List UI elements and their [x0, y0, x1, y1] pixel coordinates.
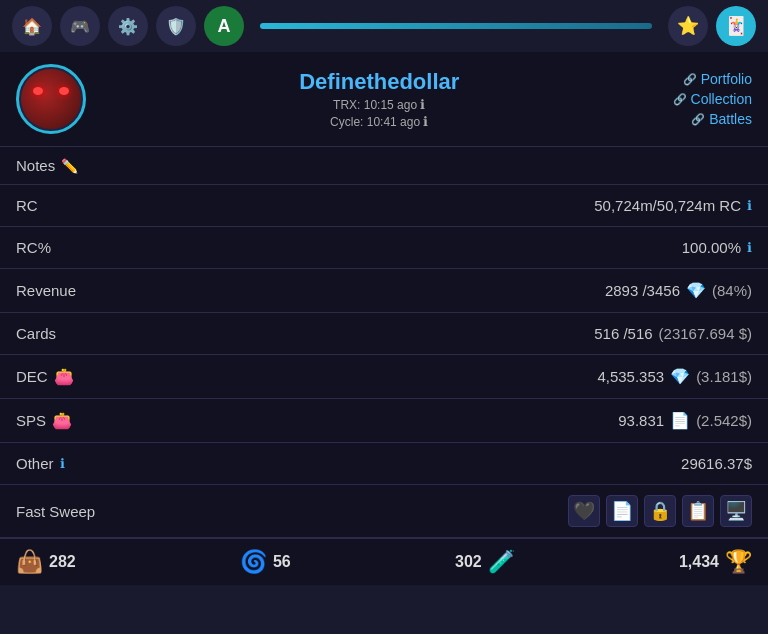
dec-label: DEC 👛	[16, 367, 74, 386]
sweep-icon-2[interactable]: 📄	[606, 495, 638, 527]
avatar-eye-left	[33, 87, 43, 95]
home-icon-btn[interactable]: 🏠	[12, 6, 52, 46]
notes-row: Notes ✏️	[0, 147, 768, 185]
fast-sweep-label: Fast Sweep	[16, 503, 95, 520]
revenue-label: Revenue	[16, 282, 76, 299]
profile-info: Definethedollar TRX: 10:15 ago ℹ Cycle: …	[102, 69, 657, 129]
dec-wallet-icon: 👛	[54, 367, 74, 386]
top-nav: 🏠 🎮 ⚙️ 🛡️ A ⭐ 🃏	[0, 0, 768, 52]
sps-paper-icon: 📄	[670, 411, 690, 430]
swirl-icon: 🌀	[240, 549, 267, 575]
rc-pct-value: 100.00% ℹ	[682, 239, 752, 256]
fast-sweep-row: Fast Sweep 🖤 📄 🔒 📋 🖥️	[0, 485, 768, 538]
avatar	[16, 64, 86, 134]
bottom-stats-bar: 👜 282 🌀 56 302 🧪 1,434 🏆	[0, 538, 768, 585]
revenue-row: Revenue 2893 /3456 💎 (84%)	[0, 269, 768, 313]
profile-links: Portfolio Collection Battles	[673, 71, 752, 127]
rc-label: RC	[16, 197, 38, 214]
other-label: Other ℹ	[16, 455, 65, 472]
bag-value: 282	[49, 553, 76, 571]
cards-label: Cards	[16, 325, 56, 342]
other-info-icon[interactable]: ℹ	[60, 456, 65, 471]
rc-pct-row: RC% 100.00% ℹ	[0, 227, 768, 269]
user-icon-btn[interactable]: A	[204, 6, 244, 46]
sweep-icons: 🖤 📄 🔒 📋 🖥️	[568, 495, 752, 527]
sps-wallet-icon: 👛	[52, 411, 72, 430]
potion-value: 302	[455, 553, 482, 571]
portfolio-link[interactable]: Portfolio	[683, 71, 752, 87]
cycle-info-icon[interactable]: ℹ	[423, 114, 428, 129]
notes-label: Notes	[16, 157, 55, 174]
star-icon-btn[interactable]: ⭐	[668, 6, 708, 46]
profile-trx: TRX: 10:15 ago ℹ	[102, 97, 657, 112]
cards-value: 516 /516 (23167.694 $)	[594, 325, 752, 342]
other-value: 29616.37$	[681, 455, 752, 472]
rc-info-icon[interactable]: ℹ	[747, 198, 752, 213]
avatar-image	[21, 69, 81, 129]
bag-icon: 👜	[16, 549, 43, 575]
gamepad-icon-btn[interactable]: 🎮	[60, 6, 100, 46]
avatar-eye-right	[59, 87, 69, 95]
stat-bag: 👜 282	[16, 549, 76, 575]
dec-gem-icon: 💎	[670, 367, 690, 386]
collection-link[interactable]: Collection	[673, 91, 752, 107]
trx-info-icon[interactable]: ℹ	[420, 97, 425, 112]
trophy-icon: 🏆	[725, 549, 752, 575]
dec-row: DEC 👛 4,535.353 💎 (3.181$)	[0, 355, 768, 399]
rc-row: RC 50,724m/50,724m RC ℹ	[0, 185, 768, 227]
progress-bar	[260, 23, 652, 29]
sweep-icon-1[interactable]: 🖤	[568, 495, 600, 527]
stat-trophy: 1,434 🏆	[679, 549, 752, 575]
sweep-icon-4[interactable]: 📋	[682, 495, 714, 527]
stat-swirl: 🌀 56	[240, 549, 291, 575]
sweep-icon-3[interactable]: 🔒	[644, 495, 676, 527]
shield-icon-btn[interactable]: 🛡️	[156, 6, 196, 46]
rc-pct-label: RC%	[16, 239, 51, 256]
rc-value: 50,724m/50,724m RC ℹ	[594, 197, 752, 214]
revenue-gem-icon: 💎	[686, 281, 706, 300]
revenue-value: 2893 /3456 💎 (84%)	[605, 281, 752, 300]
settings-icon-btn[interactable]: ⚙️	[108, 6, 148, 46]
sps-value: 93.831 📄 (2.542$)	[618, 411, 752, 430]
other-row: Other ℹ 29616.37$	[0, 443, 768, 485]
profile-username: Definethedollar	[102, 69, 657, 95]
notes-edit-icon[interactable]: ✏️	[61, 158, 78, 174]
profile-header: Definethedollar TRX: 10:15 ago ℹ Cycle: …	[0, 52, 768, 147]
rc-pct-info-icon[interactable]: ℹ	[747, 240, 752, 255]
sps-label: SPS 👛	[16, 411, 72, 430]
trophy-value: 1,434	[679, 553, 719, 571]
stat-potion: 302 🧪	[455, 549, 515, 575]
sweep-icon-5[interactable]: 🖥️	[720, 495, 752, 527]
main-content: Notes ✏️ RC 50,724m/50,724m RC ℹ RC% 100…	[0, 147, 768, 538]
card-icon-btn[interactable]: 🃏	[716, 6, 756, 46]
profile-cycle: Cycle: 10:41 ago ℹ	[102, 114, 657, 129]
battles-link[interactable]: Battles	[691, 111, 752, 127]
potion-icon: 🧪	[488, 549, 515, 575]
sps-row: SPS 👛 93.831 📄 (2.542$)	[0, 399, 768, 443]
cards-row: Cards 516 /516 (23167.694 $)	[0, 313, 768, 355]
dec-value: 4,535.353 💎 (3.181$)	[597, 367, 752, 386]
swirl-value: 56	[273, 553, 291, 571]
nav-right-icons: ⭐ 🃏	[668, 6, 756, 46]
